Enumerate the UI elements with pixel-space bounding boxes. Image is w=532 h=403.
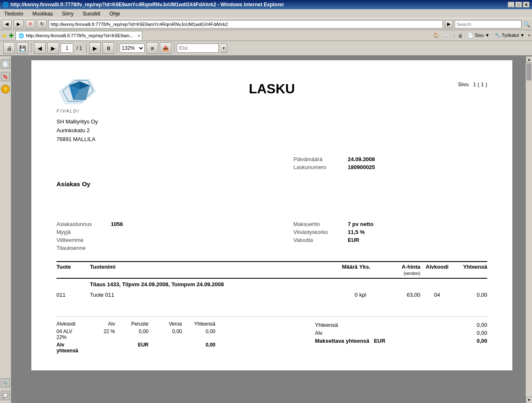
favorites-tab-label: http://kenny.finnvalli.fi:7778/fv_rep/re… — [26, 33, 133, 38]
total-yhteensa-label: Yhteensä — [315, 322, 338, 328]
field-label-valuutta: Valuutta — [294, 237, 348, 243]
tax-col-code: Alvkoodi — [56, 321, 82, 327]
stop-button[interactable]: ✕ — [25, 20, 35, 29]
total-yhteensa-value: 0,00 — [462, 322, 487, 328]
forward-button[interactable]: ▶ — [13, 20, 23, 29]
scroll-up-button[interactable]: ▲ — [526, 56, 532, 63]
total-alv-value: 0,00 — [462, 330, 487, 336]
add-favorites-icon[interactable]: ✚ — [9, 32, 14, 39]
favorites-star-icon: ★ — [2, 32, 7, 39]
col-header-tuotenimi: Tuotenimi — [90, 264, 324, 276]
favorites-bar: ★ ✚ 🌐 http://kenny.finnvalli.fi:7778/fv_… — [0, 30, 532, 41]
field-row-viivastyskorko: Viivästyskorko 11,5 % — [294, 229, 488, 235]
date-value: 24.09.2008 — [348, 156, 375, 162]
feed-button[interactable]: 📰 — [442, 32, 452, 39]
invoice-table: Tuote Tuotenimi Määrä Yks. A-hinta (vero… — [56, 261, 487, 300]
tools-menu-button[interactable]: 🔧 Työkalut ▼ — [493, 32, 527, 39]
invoice-page-info: Sivu 1 ( 1 ) — [404, 77, 487, 87]
menu-help[interactable]: Ohje — [107, 10, 123, 18]
order-col-tuote — [56, 281, 90, 287]
sidebar-attachment-icon[interactable]: 📎 — [1, 378, 10, 388]
report-search-input[interactable] — [177, 44, 219, 53]
search-icon[interactable]: 🔍 — [523, 21, 530, 28]
sidebar-new-document-icon[interactable]: 📄 — [1, 59, 10, 69]
report-next-button[interactable]: ▶ — [47, 42, 59, 54]
tab-close-button[interactable]: ✕ — [137, 33, 141, 38]
minimize-button[interactable]: _ — [508, 2, 514, 8]
row-ahinta: 63,00 — [379, 292, 420, 298]
report-prev-button[interactable]: ◀ — [34, 42, 46, 54]
tax-col-yhteensa: Yhteensä — [186, 321, 215, 327]
report-save-button[interactable]: 💾 — [17, 42, 28, 54]
field-label-asiakastunnus: Asiakastunnus — [56, 221, 111, 227]
report-search-dropdown[interactable]: ▼ — [220, 44, 227, 53]
report-play-button[interactable]: ▶ — [89, 42, 101, 54]
toolbar-divider-3 — [117, 43, 117, 53]
restore-button[interactable]: □ — [515, 2, 522, 8]
row-yhteensa: 0,00 — [454, 292, 487, 298]
field-row-viitteemme: Viitteemme — [56, 237, 251, 243]
go-button[interactable]: ▶ — [445, 20, 453, 28]
fit-page-button[interactable]: ⊞ — [146, 42, 158, 54]
refresh-button[interactable]: ↻ — [37, 20, 47, 29]
scroll-thumb[interactable] — [527, 64, 531, 80]
tax-table: Alvkoodi Alv Peruste Veroa Yhteensä 04 A… — [56, 321, 294, 354]
col-header-alvkoodi: Alvkoodi — [420, 264, 454, 276]
date-row: Päivämäärä 24.09.2008 — [294, 156, 488, 162]
col-header-yhteensa: Yhteensä — [454, 264, 487, 276]
vertical-scrollbar[interactable]: ▲ ▼ — [525, 56, 532, 403]
address-input[interactable] — [49, 20, 443, 28]
company-name: SH Malliyritys Oy — [56, 118, 140, 126]
close-button[interactable]: ✕ — [523, 2, 529, 8]
back-button[interactable]: ◀ — [2, 20, 12, 29]
home-button[interactable]: 🏠 — [432, 32, 441, 39]
report-print-button[interactable]: 🖨 — [3, 42, 15, 54]
field-row-myyja: Myyjä — [56, 229, 251, 235]
company-postal: 76891 MALLILA — [56, 135, 140, 144]
toolbar-divider-2 — [86, 43, 87, 53]
logo-area: FIVALDI SH Malliyritys Oy Aurinkokatu 2 … — [56, 77, 140, 144]
live-search-input[interactable] — [455, 20, 522, 28]
scroll-down-button[interactable]: ▼ — [526, 397, 532, 403]
tax-row-code: 04 ALV 22% — [56, 329, 82, 340]
field-value-viivastyskorko: 11,5 % — [348, 229, 365, 235]
tax-col-peruste: Peruste — [119, 321, 148, 327]
sidebar-bookmarks-icon[interactable]: 🔖 — [1, 72, 10, 81]
row-tuotenimi: Tuote 011 — [90, 292, 324, 298]
print-button[interactable]: 🖨 — [456, 33, 464, 39]
export-button[interactable]: 📤 — [160, 42, 171, 54]
sidebar-comment-icon[interactable]: 💬 — [1, 391, 10, 400]
toolbar-divider-1 — [31, 43, 31, 53]
page-number-input[interactable] — [61, 44, 73, 53]
table-row: 011 Tuote 011 0 kpl 63,00 04 0,00 — [56, 290, 487, 300]
report-pause-button[interactable]: ⏸ — [102, 42, 114, 54]
zoom-select[interactable]: 132% 100% 75% — [120, 44, 145, 53]
field-row-valuutta: Valuutta EUR — [294, 237, 488, 243]
field-value-valuutta: EUR — [348, 237, 359, 243]
col-header-ahinta: A-hinta (veroton) — [379, 264, 420, 276]
page-menu-button[interactable]: 📄 Sivu ▼ — [466, 32, 491, 39]
order-row-text: Tilaus 1433, Tilpvm 24.09.2008, Toimpvm … — [90, 281, 487, 287]
tax-total-spacer2 — [153, 342, 182, 354]
invoice-header: FIVALDI SH Malliyritys Oy Aurinkokatu 2 … — [56, 77, 487, 144]
fields-right: Maksuehto 7 pv netto Viivästyskorko 11,5… — [294, 221, 488, 253]
invoice-meta: Päivämäärä 24.09.2008 Laskunumero 180900… — [56, 156, 487, 172]
favorites-tab[interactable]: 🌐 http://kenny.finnvalli.fi:7778/fv_rep/… — [15, 31, 142, 40]
menu-file[interactable]: Tiedosto — [2, 10, 26, 18]
window-title: http://kenny.finnvalli.fi:7778/fv_rep/re… — [10, 2, 284, 8]
toolbar-right-buttons: 🏠 📰 | 🖨 📄 Sivu ▼ 🔧 Työkalut ▼ » — [432, 32, 530, 39]
favorites-tab-icon: 🌐 — [18, 33, 24, 39]
invoice-title: LASKU — [140, 81, 404, 97]
total-alv-row: Alv 0,00 — [315, 329, 487, 337]
spacer — [56, 196, 487, 213]
title-bar: 🌐 http://kenny.finnvalli.fi:7778/fv_rep/… — [0, 0, 532, 9]
menu-favorites[interactable]: Suosikit — [80, 10, 103, 18]
page-number: 1 ( 1 ) — [473, 81, 487, 87]
tax-row-yhteensa: 0,00 — [186, 329, 215, 340]
menu-edit[interactable]: Muokkaa — [30, 10, 56, 18]
menu-bar: Tiedosto Muokkaa Siirry Suosikit Ohje — [0, 9, 532, 18]
sidebar-help-icon[interactable]: ? — [1, 85, 10, 94]
report-toolbar: 🖨 💾 ◀ ▶ / 1 ▶ ⏸ 132% 100% 75% ⊞ 📤 ▼ — [0, 41, 532, 56]
tax-total-value: 0,00 — [186, 342, 215, 354]
menu-navigate[interactable]: Siirry — [59, 10, 76, 18]
